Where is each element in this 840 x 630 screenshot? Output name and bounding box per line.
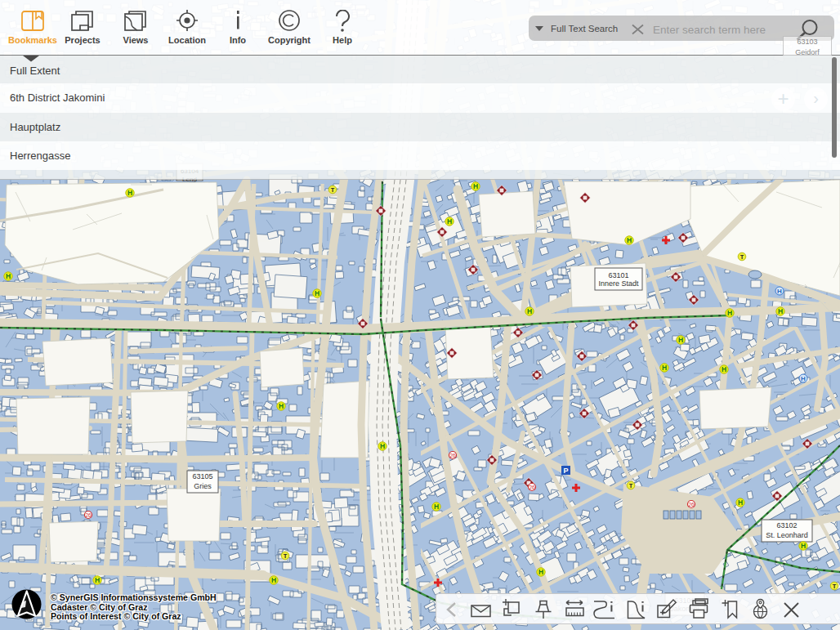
svg-text:H: H (95, 576, 100, 584)
svg-text:Innere Stadt: Innere Stadt (598, 279, 639, 288)
svg-text:H: H (627, 236, 632, 244)
svg-text:26: 26 (85, 512, 92, 518)
svg-text:H: H (127, 189, 132, 197)
svg-text:T: T (833, 583, 837, 590)
svg-text:T: T (740, 253, 744, 261)
svg-text:H: H (538, 568, 543, 576)
svg-text:H: H (315, 289, 319, 297)
svg-text:H: H (778, 307, 783, 315)
svg-text:H: H (801, 375, 806, 382)
svg-text:63102: 63102 (776, 521, 797, 529)
svg-text:H: H (473, 182, 478, 190)
svg-text:H: H (380, 442, 385, 450)
svg-text:26: 26 (449, 453, 456, 458)
svg-text:St. Leonhard: St. Leonhard (766, 531, 808, 539)
svg-text:H: H (678, 336, 683, 344)
svg-text:H: H (727, 309, 732, 317)
svg-text:Full Text Search: Full Text Search (551, 24, 618, 34)
svg-text:H: H (738, 498, 743, 507)
svg-text:H: H (722, 365, 726, 373)
svg-text:T: T (284, 552, 288, 560)
svg-text:H: H (801, 542, 806, 550)
svg-text:H: H (279, 402, 284, 410)
svg-text:H: H (447, 217, 452, 226)
svg-text:26: 26 (529, 485, 535, 490)
svg-text:P: P (563, 467, 568, 475)
svg-text:H: H (527, 307, 532, 315)
svg-text:T: T (629, 482, 633, 489)
svg-text:H: H (662, 364, 667, 372)
svg-text:63101: 63101 (608, 271, 628, 279)
svg-text:Gries: Gries (194, 482, 212, 490)
svg-text:Enter search term here: Enter search term here (653, 24, 766, 36)
svg-text:26: 26 (688, 502, 695, 507)
svg-text:T: T (331, 186, 335, 194)
svg-text:H: H (434, 503, 439, 511)
svg-text:H: H (271, 576, 276, 584)
svg-text:H: H (6, 272, 11, 280)
svg-text:63105: 63105 (192, 472, 212, 480)
svg-text:H: H (777, 288, 782, 295)
